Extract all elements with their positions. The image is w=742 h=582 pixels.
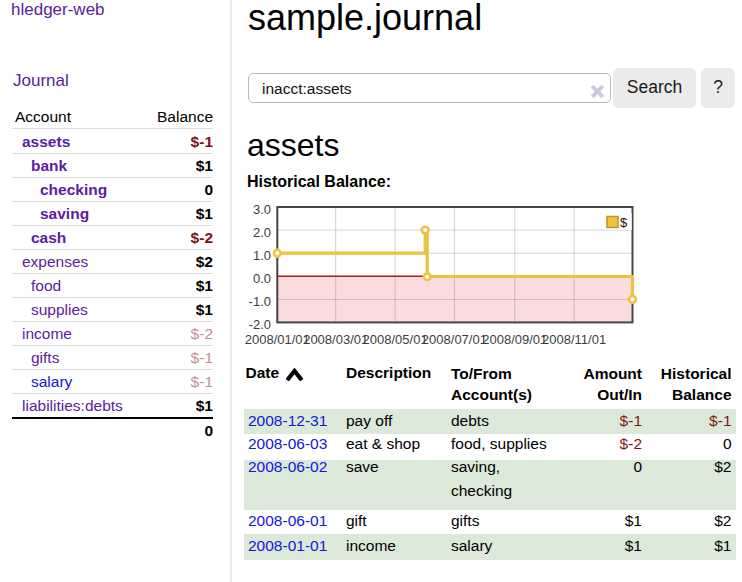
svg-text:2008/09/01: 2008/09/01 <box>482 332 547 347</box>
svg-text:2008/11/01: 2008/11/01 <box>542 332 606 347</box>
svg-text:-1.0: -1.0 <box>249 294 271 309</box>
svg-text:2008/07/01: 2008/07/01 <box>422 332 487 347</box>
svg-text:2008/03/01: 2008/03/01 <box>303 332 368 347</box>
svg-text:1.0: 1.0 <box>253 248 271 263</box>
svg-text:2.0: 2.0 <box>253 225 271 240</box>
svg-text:-2.0: -2.0 <box>249 317 271 332</box>
svg-text:2008/01/01: 2008/01/01 <box>245 332 310 347</box>
svg-text:0.0: 0.0 <box>253 271 271 286</box>
svg-text:$: $ <box>620 215 628 230</box>
svg-text:3.0: 3.0 <box>253 202 271 217</box>
svg-text:2008/05/01: 2008/05/01 <box>363 332 428 347</box>
